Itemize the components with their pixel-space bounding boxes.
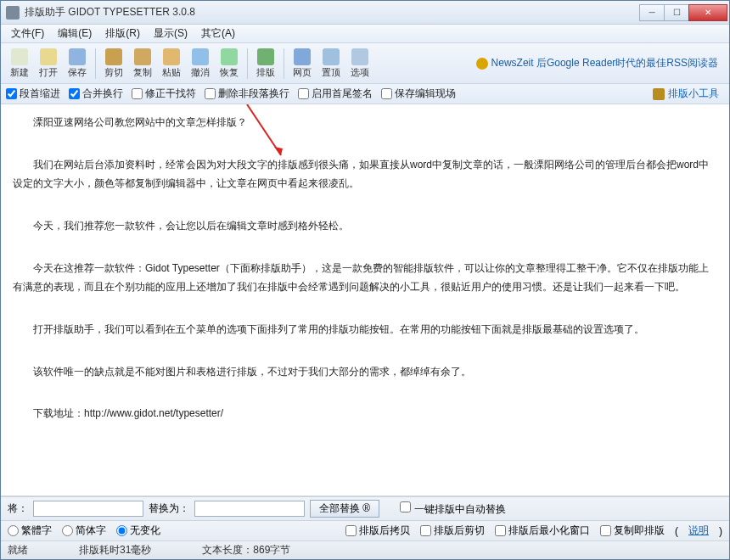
cut-button[interactable]: 剪切 — [99, 46, 128, 81]
star-icon — [476, 58, 488, 70]
new-button[interactable]: 新建 — [5, 46, 34, 81]
opt-del-nonpara[interactable]: 删除非段落换行 — [205, 87, 289, 101]
tools-link[interactable]: 排版小工具 — [653, 87, 724, 101]
window-title: 排版助手 GIDOT TYPESETTER 3.0.8 — [25, 5, 640, 20]
opt-enable-sign[interactable]: 启用首尾签名 — [298, 87, 373, 101]
top-button[interactable]: 置顶 — [317, 46, 345, 81]
redo-button[interactable]: 恢复 — [215, 46, 244, 81]
minimize-button[interactable]: ─ — [639, 4, 665, 21]
web-button[interactable]: 网页 — [288, 46, 317, 81]
menu-other[interactable]: 其它(A) — [194, 25, 242, 42]
find-input[interactable] — [33, 501, 143, 517]
replace-all-button[interactable]: 全部替换 ® — [310, 500, 379, 518]
paragraph: 下载地址：http://www.gidot.net/typesetter/ — [13, 404, 717, 423]
close-button[interactable]: ✕ — [688, 4, 727, 21]
editor-area[interactable]: 溧阳亚速网络公司教您网站中的文章怎样排版？ 我们在网站后台添加资料时，经常会因为… — [1, 104, 729, 496]
menu-file[interactable]: 文件(F) — [4, 25, 51, 42]
paragraph: 今天，我们推荐您一款软件，会让您以后在编辑文章时感到格外轻松。 — [13, 216, 717, 236]
toolbar: 新建 打开 保存 剪切 复制 粘贴 撤消 恢复 排版 网页 置顶 选项 News… — [1, 43, 729, 84]
status-length: 文本长度：869字节 — [202, 543, 290, 557]
radio-bar: 繁體字 简体字 无变化 排版后拷贝 排版后剪切 排版后最小化窗口 复制即排版 (… — [1, 520, 729, 540]
news-link[interactable]: NewsZeit 后Google Reader时代的最佳RSS阅读器 — [476, 56, 725, 70]
chk-after-cut[interactable]: 排版后剪切 — [420, 524, 485, 538]
svg-marker-1 — [274, 147, 283, 155]
open-button[interactable]: 打开 — [34, 46, 63, 81]
window-controls: ─ ☐ ✕ — [640, 4, 727, 21]
menubar: 文件(F) 编辑(E) 排版(R) 显示(S) 其它(A) — [1, 25, 729, 43]
radio-simp[interactable]: 简体字 — [62, 524, 106, 538]
typeset-button[interactable]: 排版 — [251, 46, 280, 81]
chk-after-copy[interactable]: 排版后拷贝 — [345, 524, 410, 538]
paragraph: 我们在网站后台添加资料时，经常会因为对大段文字的排版感到很头痛，如果直接从wor… — [13, 155, 717, 194]
save-button[interactable]: 保存 — [63, 46, 92, 81]
options-bar: 段首缩进 合并换行 修正干找符 删除非段落换行 启用首尾签名 保存编辑现场 排版… — [1, 84, 729, 104]
opt-para-indent[interactable]: 段首缩进 — [6, 87, 60, 101]
chk-after-min[interactable]: 排版后最小化窗口 — [495, 524, 590, 538]
menu-show[interactable]: 显示(S) — [147, 25, 194, 42]
status-bar: 就绪 排版耗时31毫秒 文本长度：869字节 — [1, 540, 729, 559]
paragraph: 打开排版助手，我们可以看到在五个菜单的选项下面排列了常用的排版功能按钮。在常用的… — [13, 320, 717, 339]
opt-keep-scene[interactable]: 保存编辑现场 — [381, 87, 456, 101]
copy-button[interactable]: 复制 — [128, 46, 157, 81]
paragraph: 溧阳亚速网络公司教您网站中的文章怎样排版？ — [13, 113, 717, 132]
help-link[interactable]: 说明 — [688, 524, 709, 538]
paste-button[interactable]: 粘贴 — [157, 46, 186, 81]
find-label: 将： — [8, 501, 28, 516]
options-button[interactable]: 选项 — [345, 46, 374, 81]
status-elapsed: 排版耗时31毫秒 — [79, 543, 151, 557]
replace-bar: 将： 替换为： 全部替换 ® 一键排版中自动替换 — [1, 496, 729, 520]
opt-trim-fix[interactable]: 修正干找符 — [132, 87, 196, 101]
app-icon — [6, 6, 20, 20]
paragraph: 今天在这推荐一款软件：Gidot Typesetter（下面称排版助手），这是一… — [13, 259, 717, 298]
menu-layout[interactable]: 排版(R) — [98, 25, 147, 42]
status-ready: 就绪 — [8, 543, 28, 557]
radio-trad[interactable]: 繁體字 — [8, 524, 52, 538]
auto-replace-check[interactable]: 一键排版中自动替换 — [400, 501, 505, 517]
undo-button[interactable]: 撤消 — [186, 46, 215, 81]
chk-copy-then[interactable]: 复制即排版 — [600, 524, 665, 538]
opt-merge-wrap[interactable]: 合并换行 — [69, 87, 123, 101]
radio-none[interactable]: 无变化 — [116, 524, 160, 538]
titlebar: 排版助手 GIDOT TYPESETTER 3.0.8 ─ ☐ ✕ — [1, 1, 729, 25]
replace-input[interactable] — [194, 501, 305, 517]
app-window: 排版助手 GIDOT TYPESETTER 3.0.8 ─ ☐ ✕ 文件(F) … — [0, 0, 730, 560]
paragraph: 该软件唯一的缺点就是不能对图片和表格进行排版，不过对于我们大部分的需求，都绰绰有… — [13, 362, 717, 382]
maximize-button[interactable]: ☐ — [664, 4, 689, 21]
wrench-icon — [653, 88, 665, 100]
replace-label: 替换为： — [149, 501, 189, 516]
menu-edit[interactable]: 编辑(E) — [51, 25, 98, 42]
